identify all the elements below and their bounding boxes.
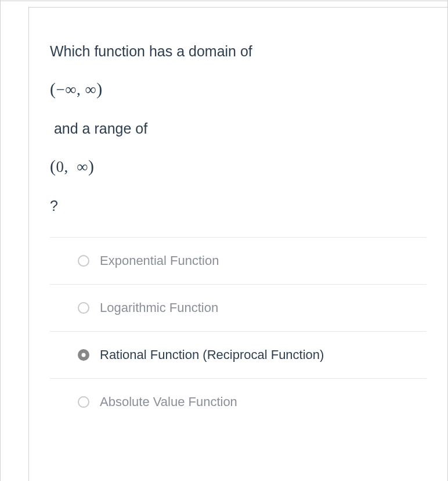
question-line-2: and a range of (50, 119, 427, 139)
answer-label: Absolute Value Function (100, 394, 237, 410)
math-range-expr: (0, ∞) (50, 156, 427, 176)
radio-icon (78, 255, 89, 267)
radio-icon (78, 302, 89, 314)
answer-option-absolute[interactable]: Absolute Value Function (50, 379, 427, 425)
answer-label: Exponential Function (100, 253, 219, 268)
answer-label: Logarithmic Function (100, 300, 218, 315)
question-line-3: ? (50, 196, 427, 216)
outer-panel: Which function has a domain of (−∞, ∞) a… (0, 0, 448, 481)
answer-option-rational[interactable]: Rational Function (Reciprocal Function) (50, 332, 427, 379)
answer-option-logarithmic[interactable]: Logarithmic Function (50, 285, 427, 332)
answers-list: Exponential Function Logarithmic Functio… (50, 237, 427, 425)
divider-top (1, 1, 447, 1)
math-range-inner: 0, ∞ (56, 158, 89, 175)
question-panel: Which function has a domain of (−∞, ∞) a… (28, 7, 447, 481)
answer-option-exponential[interactable]: Exponential Function (50, 238, 427, 285)
math-domain-inner: −∞, ∞ (56, 81, 97, 98)
radio-icon-selected (78, 349, 89, 361)
question-line-1: Which function has a domain of (50, 41, 427, 62)
answer-label: Rational Function (Reciprocal Function) (100, 347, 324, 362)
radio-icon (78, 396, 89, 408)
math-domain-expr: (−∞, ∞) (50, 79, 427, 99)
